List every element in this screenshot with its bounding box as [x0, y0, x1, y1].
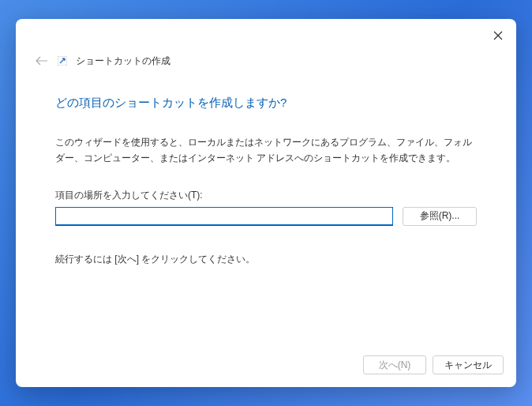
content-area: どの項目のショートカットを作成しますか? このウィザードを使用すると、ローカルま… — [16, 68, 516, 346]
location-input[interactable] — [55, 207, 393, 226]
location-label: 項目の場所を入力してください(T): — [55, 189, 477, 202]
footer: 次へ(N) キャンセル — [16, 346, 516, 387]
continue-text: 続行するには [次へ] をクリックしてください。 — [55, 253, 477, 266]
back-arrow-icon — [36, 56, 48, 66]
dialog-title: ショートカットの作成 — [76, 55, 170, 68]
shortcut-icon — [57, 55, 68, 66]
cancel-button[interactable]: キャンセル — [433, 355, 504, 374]
main-heading: どの項目のショートカットを作成しますか? — [55, 96, 477, 111]
next-button[interactable]: 次へ(N) — [363, 355, 426, 374]
input-row: 参照(R)... — [55, 207, 477, 226]
browse-button[interactable]: 参照(R)... — [403, 207, 477, 226]
create-shortcut-dialog: ショートカットの作成 どの項目のショートカットを作成しますか? このウィザードを… — [16, 19, 516, 387]
header: ショートカットの作成 — [16, 19, 516, 68]
description-text: このウィザードを使用すると、ローカルまたはネットワークにあるプログラム、ファイル… — [55, 134, 477, 167]
back-button[interactable] — [35, 54, 49, 68]
close-icon — [493, 31, 503, 40]
close-button[interactable] — [491, 28, 505, 43]
